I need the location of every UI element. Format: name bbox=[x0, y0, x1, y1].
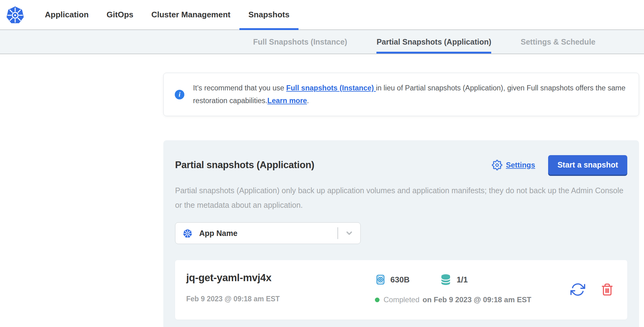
recommendation-banner: i It’s recommend that you use Full snaps… bbox=[163, 73, 639, 116]
snapshot-size-value: 630B bbox=[390, 275, 410, 285]
start-snapshot-button[interactable]: Start a snapshot bbox=[548, 155, 627, 175]
nav-item-cluster-management[interactable]: Cluster Management bbox=[142, 0, 239, 29]
top-navigation: Application GitOps Cluster Management Sn… bbox=[0, 0, 644, 30]
tab-full-snapshots-instance[interactable]: Full Snapshots (Instance) bbox=[253, 30, 347, 54]
snapshot-created-timestamp: Feb 9 2023 @ 09:18 am EST bbox=[186, 295, 375, 303]
app-name-select[interactable]: App Name bbox=[175, 222, 361, 244]
app-select-value: App Name bbox=[199, 229, 337, 238]
snapshot-stats: 630B 1/1 bbox=[375, 272, 570, 307]
restore-icon bbox=[570, 282, 585, 297]
nav-item-application[interactable]: Application bbox=[36, 0, 98, 29]
banner-text-part1: It’s recommend that you use bbox=[193, 84, 286, 92]
trash-icon bbox=[601, 283, 614, 296]
snapshot-volumes-stat: 1/1 bbox=[439, 273, 468, 286]
snapshot-info: jq-get-yaml-mvj4x Feb 9 2023 @ 09:18 am … bbox=[186, 272, 375, 307]
full-snapshots-instance-link[interactable]: Full snapshots (Instance) bbox=[286, 84, 376, 92]
kubernetes-logo bbox=[6, 0, 25, 29]
banner-text-part3: . bbox=[307, 97, 309, 105]
tab-partial-snapshots-application[interactable]: Partial Snapshots (Application) bbox=[376, 30, 491, 54]
main-content: i It’s recommend that you use Full snaps… bbox=[0, 73, 644, 327]
snapshots-sub-navigation: Full Snapshots (Instance) Partial Snapsh… bbox=[0, 30, 644, 54]
page-title: Partial snapshots (Application) bbox=[175, 159, 492, 171]
snapshot-size-stat: 630B bbox=[375, 274, 410, 285]
stats-row: 630B 1/1 bbox=[375, 273, 570, 286]
status-dot-icon bbox=[375, 298, 380, 302]
nav-item-gitops[interactable]: GitOps bbox=[98, 0, 143, 29]
tab-settings-schedule[interactable]: Settings & Schedule bbox=[521, 30, 595, 54]
settings-link[interactable]: Settings bbox=[492, 160, 535, 170]
snapshot-name: jq-get-yaml-mvj4x bbox=[186, 272, 375, 284]
panel-header: Partial snapshots (Application) Settings… bbox=[175, 155, 627, 175]
status-badge: Completed bbox=[384, 295, 419, 304]
partial-snapshots-panel: Partial snapshots (Application) Settings… bbox=[163, 140, 639, 327]
snapshot-status-row: Completed on Feb 9 2023 @ 09:18 am EST bbox=[375, 295, 570, 304]
settings-link-label: Settings bbox=[506, 161, 535, 169]
chevron-down-icon bbox=[338, 229, 360, 238]
status-timestamp: on Feb 9 2023 @ 09:18 am EST bbox=[423, 295, 531, 304]
kubernetes-icon bbox=[183, 229, 192, 238]
info-icon: i bbox=[175, 90, 184, 99]
banner-text: It’s recommend that you use Full snapsho… bbox=[193, 82, 626, 107]
top-nav-items: Application GitOps Cluster Management Sn… bbox=[36, 0, 298, 29]
restore-snapshot-button[interactable] bbox=[570, 282, 585, 297]
nav-item-snapshots[interactable]: Snapshots bbox=[239, 0, 298, 29]
snapshot-volumes-value: 1/1 bbox=[457, 275, 468, 285]
snapshot-actions bbox=[570, 282, 614, 297]
database-icon bbox=[439, 273, 452, 286]
gear-icon bbox=[492, 160, 502, 170]
panel-description: Partial snapshots (Application) only bac… bbox=[175, 183, 627, 212]
disk-icon bbox=[375, 274, 386, 285]
snapshot-row: jq-get-yaml-mvj4x Feb 9 2023 @ 09:18 am … bbox=[175, 260, 627, 320]
learn-more-link[interactable]: Learn more bbox=[267, 97, 307, 105]
delete-snapshot-button[interactable] bbox=[601, 283, 614, 296]
